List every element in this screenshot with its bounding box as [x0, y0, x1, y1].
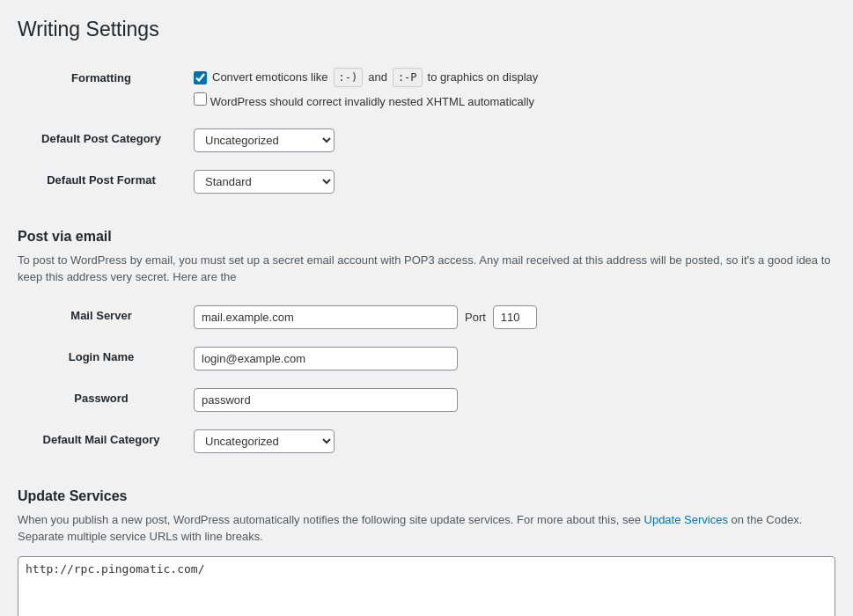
mail-server-label: Mail Server [18, 297, 194, 338]
emoticon-code2: :-P [393, 68, 423, 87]
formatting-label: Formatting [18, 59, 194, 120]
login-name-label: Login Name [18, 338, 194, 379]
formatting-emoticons-mid: and [368, 69, 387, 86]
update-services-heading: Update Services [18, 480, 835, 504]
page-title: Writing Settings [18, 18, 835, 41]
formatting-xhtml-text: WordPress should correct invalidly neste… [210, 95, 534, 108]
default-mail-category-label: Default Mail Category [18, 421, 194, 462]
port-label: Port [465, 311, 486, 324]
post-via-email-description: To post to WordPress by email, you must … [18, 252, 835, 286]
default-post-category-label: Default Post Category [18, 120, 194, 161]
formatting-xhtml-checkbox[interactable] [194, 92, 207, 106]
formatting-xhtml-label[interactable]: WordPress should correct invalidly neste… [194, 92, 827, 111]
formatting-emoticons-prefix: Convert emoticons like [212, 69, 328, 86]
update-services-description: When you publish a new post, WordPress a… [18, 511, 835, 546]
default-post-category-select[interactable]: Uncategorized [194, 128, 335, 152]
formatting-emoticons-checkbox[interactable] [194, 71, 207, 84]
login-name-input[interactable] [194, 347, 458, 370]
formatting-emoticons-suffix: to graphics on display [428, 69, 539, 86]
update-services-link[interactable]: Update Services [644, 513, 728, 526]
formatting-emoticons-label[interactable]: Convert emoticons like :-) and :-P to gr… [194, 68, 538, 87]
update-services-desc-prefix: When you publish a new post, WordPress a… [18, 513, 641, 526]
post-via-email-heading: Post via email [18, 220, 835, 245]
password-input[interactable] [194, 388, 458, 412]
emoticon-code1: :-) [334, 68, 364, 87]
default-post-format-label: Default Post Format [18, 161, 194, 202]
default-post-format-select[interactable]: Standard [194, 170, 335, 194]
update-services-textarea[interactable]: http://rpc.pingomatic.com/ [18, 556, 835, 617]
mail-server-input[interactable] [194, 305, 458, 329]
password-label: Password [18, 379, 194, 421]
default-mail-category-select[interactable]: Uncategorized [194, 429, 335, 453]
port-input[interactable] [493, 305, 537, 329]
